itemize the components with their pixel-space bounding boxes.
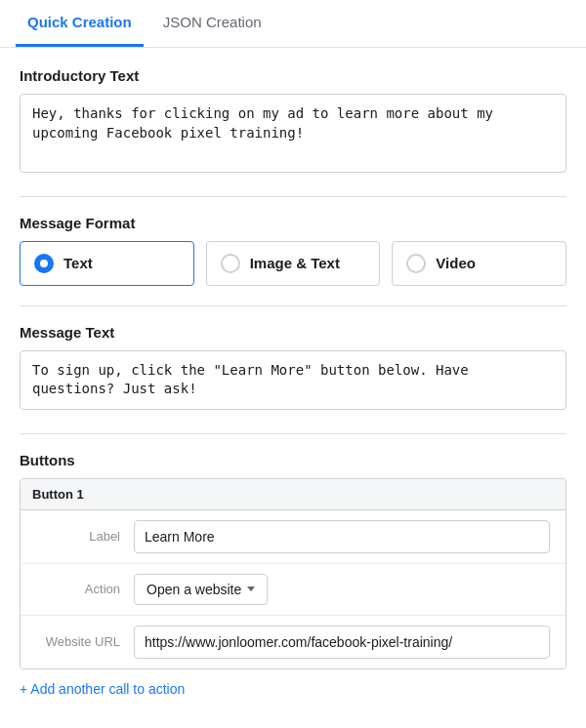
divider-2 — [20, 305, 566, 306]
label-field-label: Label — [36, 529, 134, 544]
message-format-label: Message Format — [20, 215, 566, 231]
message-format-section: Message Format Text Image & Text Video — [20, 215, 566, 286]
label-field-input[interactable] — [134, 520, 550, 553]
action-dropdown[interactable]: Open a website — [134, 574, 268, 605]
chevron-down-icon — [247, 586, 255, 591]
introductory-text-section: Introductory Text Hey, thanks for clicki… — [20, 67, 566, 177]
button1-group: Button 1 Label Action Open a website — [20, 478, 566, 669]
format-video-label: Video — [436, 255, 476, 271]
message-text-label: Message Text — [20, 324, 566, 341]
radio-image-text — [221, 254, 240, 273]
radio-video — [406, 254, 426, 273]
format-options-group: Text Image & Text Video — [20, 241, 566, 286]
radio-text — [34, 254, 54, 273]
introductory-text-input[interactable]: Hey, thanks for clicking on my ad to lea… — [20, 94, 566, 173]
introductory-text-label: Introductory Text — [20, 67, 566, 84]
button1-header: Button 1 — [21, 479, 565, 510]
message-text-section: Message Text To sign up, click the "Lear… — [20, 324, 566, 414]
tab-json-creation[interactable]: JSON Creation — [151, 0, 273, 47]
format-option-text[interactable]: Text — [20, 241, 194, 286]
url-field-label: Website URL — [36, 634, 134, 649]
main-content: Introductory Text Hey, thanks for clicki… — [0, 48, 586, 728]
format-option-video[interactable]: Video — [392, 241, 566, 286]
format-option-image-text[interactable]: Image & Text — [206, 241, 381, 286]
action-dropdown-value: Open a website — [146, 582, 241, 597]
url-field-input[interactable] — [134, 626, 550, 659]
action-field-label: Action — [36, 582, 134, 596]
button1-fields: Label Action Open a website Website URL — [21, 510, 565, 668]
format-text-label: Text — [63, 255, 93, 271]
buttons-label: Buttons — [20, 452, 566, 468]
label-row: Label — [21, 510, 565, 564]
tabs-bar: Quick Creation JSON Creation — [0, 0, 586, 48]
format-image-text-label: Image & Text — [250, 255, 340, 271]
buttons-section: Buttons Button 1 Label Action Open a web… — [20, 452, 566, 698]
message-text-input[interactable]: To sign up, click the "Learn More" butto… — [20, 350, 566, 410]
divider-3 — [20, 433, 566, 434]
tab-quick-creation[interactable]: Quick Creation — [16, 0, 144, 47]
add-cta-button[interactable]: + Add another call to action — [20, 681, 185, 697]
action-row: Action Open a website — [21, 564, 565, 616]
divider-1 — [20, 196, 566, 197]
url-row: Website URL — [21, 616, 565, 668]
